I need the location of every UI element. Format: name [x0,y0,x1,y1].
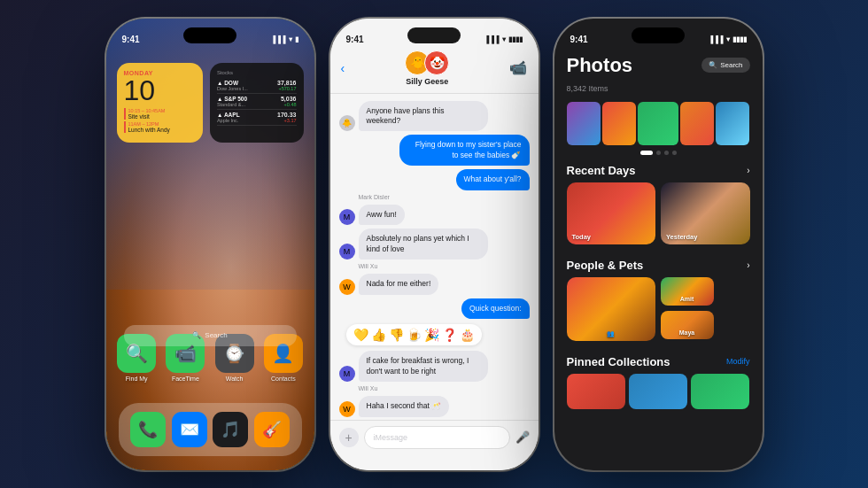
dock-phone[interactable]: 📞 [130,412,166,447]
sender-avatar-5: M [339,244,355,259]
dock-music[interactable]: 🎵 [213,412,248,447]
phone-1: 9:41 ▐▐▐ ▾ ▮ MONDAY 10 10:15 – 10:45AM S… [106,19,314,470]
pinned-collections-header: Pinned Collections Modify [567,355,750,368]
sender-label-mark: Mark Disler [359,194,530,200]
dot-3 [664,151,669,155]
status-time-2: 9:41 [346,35,364,44]
add-button[interactable]: + [339,428,359,447]
tapback-row[interactable]: 💛 👍 👎 🍺 🎉 ❓ 🎂 [346,324,482,345]
msg-bubble-9: If cake for breakfast is wrong, I don't … [359,351,488,382]
photos-search-button[interactable]: 🔍 Search [701,58,749,73]
search-icon-ph1: 🔍 [192,331,201,339]
photos-grid-top [554,102,763,151]
photo-thumb-4[interactable] [680,102,714,145]
pinned-collections-section: Pinned Collections Modify [554,352,763,413]
person-maya-name: Maya [661,329,714,336]
messages-body[interactable]: 🐥 Anyone have plans this weekend? Flying… [330,94,539,420]
dock-guitar[interactable]: 🎸 [254,412,290,447]
widget-calendar[interactable]: MONDAY 10 10:15 – 10:45AM Site visit 11A… [117,63,203,143]
stock-dow-price: 37,816 [277,80,296,86]
sender-avatar-1: 🐥 [339,115,355,131]
mic-button[interactable]: 🎤 [515,430,530,444]
video-call-button[interactable]: 📹 [509,59,527,76]
group-name: Silly Geese [406,77,448,86]
tapback-heart[interactable]: 💛 [353,328,368,342]
stock-aapl-sub: Apple Inc. [217,118,240,123]
msg-row-4: M Aww fun! [339,205,530,225]
person-maya[interactable]: Maya [661,311,714,339]
search-label-photos: Search [720,61,742,69]
msg-bubble-1: Anyone have plans this weekend? [359,101,488,132]
people-pets-chevron[interactable]: › [747,260,749,270]
battery-icon-1: ▮ [295,35,298,43]
facetime-label: FaceTime [172,376,199,382]
person-group[interactable]: 👥 [567,277,655,341]
photo-thumb-1[interactable] [567,102,601,145]
battery-icon-2: ▮▮▮▮ [508,35,523,43]
dot-4 [672,151,677,155]
stock-row-sp500: ▲ S&P 500 Standard &... 5,036 +0.48 [217,94,297,110]
group-avatars: 🐥 🤡 [405,50,449,75]
photo-thumb-3[interactable] [638,102,678,145]
event-2-title: Lunch with Andy [128,127,196,133]
tapback-party[interactable]: 🎉 [424,328,439,342]
imessage-placeholder: iMessage [374,433,408,442]
sender-avatar-9: M [339,366,355,382]
findmy-label: Find My [126,376,148,382]
pinned-thumb-1[interactable] [567,374,625,409]
msg-bubble-2: Flying down to my sister's place to see … [399,135,529,166]
status-icons-3: ▐▐▐ ▾ ▮▮▮▮ [708,35,746,43]
recent-day-today[interactable]: Today [567,182,656,244]
stock-sp500-name: ▲ S&P 500 [217,96,247,102]
wifi-icon-3: ▾ [726,35,730,43]
msg-bubble-10: Haha I second that 🥂 [359,396,450,416]
stock-dow-change: +570.17 [277,86,296,91]
tapback-thumbsup[interactable]: 👍 [371,328,386,342]
stock-aapl-price: 170.33 [277,112,296,118]
imessage-input[interactable]: iMessage [364,426,510,449]
photo-thumb-5[interactable] [716,102,749,145]
tapback-cake[interactable]: 🎂 [460,328,475,342]
modify-button[interactable]: Modify [726,357,750,366]
search-bar-ph1[interactable]: 🔍 Search [124,325,297,346]
widget-stocks[interactable]: Stocks ▲ DOW Dow Jones I... 37,816 +570.… [210,63,304,143]
messages-input-bar: + iMessage 🎤 [330,420,539,470]
msg-row-7: Quick question: [339,298,530,319]
photo-thumb-2[interactable] [602,102,636,145]
stock-dow-sub: Dow Jones I... [217,86,248,91]
recent-days-chevron[interactable]: › [747,166,749,175]
sender-avatar-will2: W [339,401,355,417]
msg-row-6: W Nada for me either! [339,274,530,294]
signal-icon-3: ▐▐▐ [708,35,723,43]
msg-row-9: M If cake for breakfast is wrong, I don'… [339,351,530,382]
people-pets-title: People & Pets [567,259,644,272]
dock-mail[interactable]: ✉️ [172,412,207,447]
photos-body: Recent Days › Today Yesterday [554,160,763,470]
sender-label-will: Will Xu [359,263,530,269]
status-time-3: 9:41 [570,35,588,44]
recent-day-yesterday[interactable]: Yesterday [661,182,750,244]
back-button[interactable]: ‹ [341,61,345,75]
tapback-question[interactable]: ❓ [442,328,457,342]
stock-sp500-sub: Standard &... [217,102,247,107]
pinned-thumb-2[interactable] [629,374,687,409]
recent-days-section: Recent Days › Today Yesterday [554,160,763,248]
person-amit[interactable]: Amit [661,277,714,306]
status-icons-1: ▐▐▐ ▾ ▮ [270,35,298,43]
pinned-thumb-3[interactable] [691,374,749,409]
phone-2-screen: 9:41 ▐▐▐ ▾ ▮▮▮▮ ‹ 🐥 🤡 Silly Geese 📹 [330,19,539,470]
signal-icon-1: ▐▐▐ [270,35,285,43]
photos-dots [554,151,763,160]
msg-row-10: W Haha I second that 🥂 [339,396,530,416]
dock: 📞 ✉️ 🎵 🎸 [119,403,302,456]
photos-top-row: Photos 🔍 Search [567,54,750,77]
stock-row-aapl: ▲ AAPL Apple Inc. 170.33 +3.17 [217,110,297,126]
dot-1 [640,151,653,155]
tapback-thumbsdown[interactable]: 👎 [389,328,404,342]
status-time-1: 9:41 [122,35,140,44]
people-pets-header: People & Pets › [567,259,750,272]
search-icon-photos: 🔍 [709,61,717,69]
person-amit-name: Amit [661,296,714,302]
phone-2: 9:41 ▐▐▐ ▾ ▮▮▮▮ ‹ 🐥 🤡 Silly Geese 📹 [330,19,539,470]
tapback-beer[interactable]: 🍺 [407,328,422,342]
